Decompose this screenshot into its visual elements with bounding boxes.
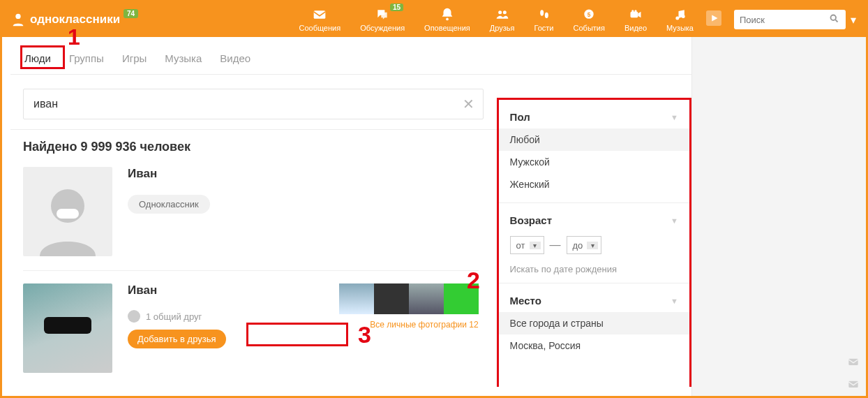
nav-guests[interactable]: Гости xyxy=(534,7,553,32)
nav-video[interactable]: Видео xyxy=(624,7,647,32)
chevron-down-icon: ▼ xyxy=(671,113,678,121)
tab-music[interactable]: Музыка xyxy=(163,50,203,67)
clear-icon[interactable]: ✕ xyxy=(460,96,477,112)
avatar[interactable] xyxy=(23,283,112,373)
tab-games[interactable]: Игры xyxy=(121,50,148,67)
logo-icon xyxy=(10,12,26,27)
svg-point-3 xyxy=(498,10,502,14)
search-tabs: Люди Группы Игры Музыка Видео xyxy=(10,37,691,75)
filter-gender-any[interactable]: Любой xyxy=(499,128,689,151)
nav-events[interactable]: 5 События xyxy=(574,7,605,32)
mutual-avatar-icon xyxy=(128,310,140,323)
avatar-placeholder[interactable] xyxy=(23,167,112,256)
all-photos-link[interactable]: Все личные фотографии 12 xyxy=(370,320,478,330)
chevron-down-icon: ▾ xyxy=(530,242,541,249)
svg-rect-1 xyxy=(314,10,326,19)
nav-music[interactable]: Музыка xyxy=(666,7,694,32)
photo-thumb[interactable] xyxy=(339,283,374,314)
svg-point-6 xyxy=(544,13,548,18)
message-icon[interactable] xyxy=(846,357,860,367)
nav-messages[interactable]: Сообщения xyxy=(299,7,341,32)
svg-rect-19 xyxy=(848,381,858,388)
result-card: Иван 1 общий друг Добавить в друзья 3 xyxy=(23,271,479,387)
photo-thumb[interactable] xyxy=(444,283,479,314)
svg-rect-17 xyxy=(57,209,79,219)
svg-point-2 xyxy=(446,18,449,21)
music-icon xyxy=(671,7,690,22)
svg-rect-18 xyxy=(848,359,858,365)
chevron-down-icon: ▼ xyxy=(671,216,678,225)
results-count: Найдено 9 999 936 человек xyxy=(23,140,479,154)
top-bar: одноклассники 74 Сообщения 15 Обсуждения… xyxy=(2,2,866,37)
age-to-select[interactable]: до▾ xyxy=(567,236,602,254)
annotation-box-3 xyxy=(246,323,348,346)
play-icon[interactable] xyxy=(706,10,721,29)
camera-icon xyxy=(626,7,645,22)
chevron-down-icon: ▼ xyxy=(671,297,678,305)
svg-point-4 xyxy=(502,10,506,14)
events-icon: 5 xyxy=(579,7,599,22)
result-card: Иван Одноклассник xyxy=(23,163,479,271)
filter-place-header[interactable]: Место ▼ xyxy=(510,292,678,312)
filter-gender-female[interactable]: Женский xyxy=(510,173,678,196)
svg-point-11 xyxy=(634,10,636,12)
filter-place-all[interactable]: Все города и страны xyxy=(499,312,689,334)
search-icon[interactable] xyxy=(829,13,839,27)
svg-rect-9 xyxy=(631,12,638,17)
bell-icon xyxy=(437,7,457,22)
search-by-dob-link[interactable]: Искать по дате рождения xyxy=(510,258,678,276)
discussions-badge: 15 xyxy=(390,3,403,11)
filter-age-header[interactable]: Возраст ▼ xyxy=(510,212,678,232)
photo-thumbnails xyxy=(339,283,479,314)
user-menu-caret-icon[interactable]: ▾ xyxy=(851,13,856,27)
filter-gender-male[interactable]: Мужской xyxy=(510,151,678,173)
chevron-down-icon: ▾ xyxy=(587,242,598,249)
svg-point-15 xyxy=(831,15,837,20)
age-from-select[interactable]: от▾ xyxy=(510,236,544,254)
filters-panel: Пол ▼ Любой Мужской Женский Возраст ▼ xyxy=(497,98,691,387)
notifications-badge: 74 xyxy=(124,9,138,18)
chat-icon xyxy=(373,7,392,22)
svg-text:5: 5 xyxy=(588,11,591,18)
photo-thumb[interactable] xyxy=(374,283,409,314)
logo[interactable]: одноклассники 74 xyxy=(2,12,128,27)
add-friend-button[interactable]: Добавить в друзья xyxy=(128,330,226,348)
top-search xyxy=(734,10,839,29)
photo-thumb[interactable] xyxy=(409,283,444,314)
svg-point-13 xyxy=(681,15,684,18)
friends-icon xyxy=(493,7,512,22)
nav-discussions[interactable]: 15 Обсуждения xyxy=(360,7,405,32)
footsteps-icon xyxy=(534,7,554,22)
tab-groups[interactable]: Группы xyxy=(68,50,105,67)
nav-friends[interactable]: Друзья xyxy=(490,7,515,32)
envelope-icon xyxy=(310,7,329,22)
main-search-box: ✕ xyxy=(23,89,484,119)
tab-video[interactable]: Видео xyxy=(218,50,252,67)
tab-people[interactable]: Люди xyxy=(23,50,52,67)
message-icon[interactable] xyxy=(846,379,860,389)
result-name[interactable]: Иван xyxy=(128,167,210,181)
svg-point-10 xyxy=(631,10,634,12)
svg-point-0 xyxy=(15,14,20,19)
svg-point-12 xyxy=(675,17,679,20)
top-nav: Сообщения 15 Обсуждения Оповещения Друзь… xyxy=(299,7,694,32)
svg-point-5 xyxy=(540,10,544,15)
annotation-3: 3 xyxy=(358,321,371,348)
brand-name: одноклассники xyxy=(30,13,120,27)
nav-alerts[interactable]: Оповещения xyxy=(424,7,470,32)
relation-chip[interactable]: Одноклассник xyxy=(128,195,210,214)
filter-place-moscow[interactable]: Москва, Россия xyxy=(510,334,678,357)
filter-gender-header[interactable]: Пол ▼ xyxy=(510,108,678,128)
dash: — xyxy=(550,239,561,251)
main-search-input[interactable] xyxy=(33,98,460,110)
